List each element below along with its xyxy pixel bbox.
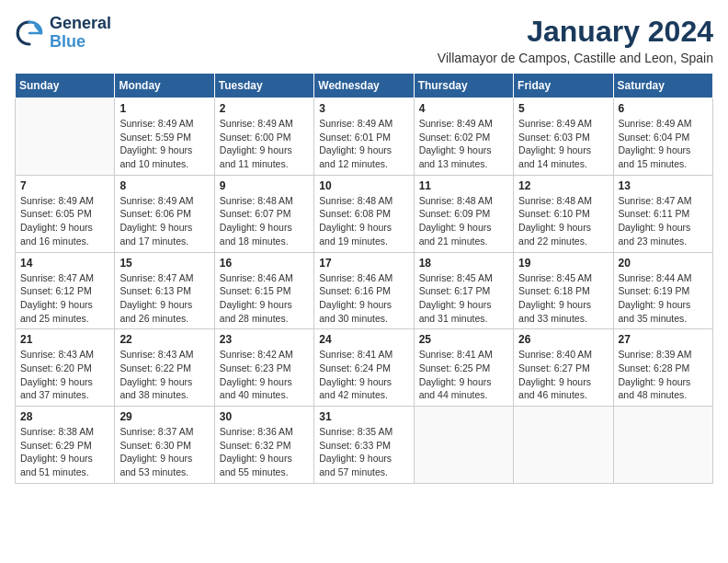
calendar-cell: 21Sunrise: 8:43 AM Sunset: 6:20 PM Dayli…	[16, 329, 115, 407]
day-info: Sunrise: 8:44 AM Sunset: 6:19 PM Dayligh…	[619, 271, 708, 326]
header-monday: Monday	[115, 74, 214, 98]
calendar-cell: 11Sunrise: 8:48 AM Sunset: 6:09 PM Dayli…	[414, 175, 513, 252]
day-info: Sunrise: 8:49 AM Sunset: 6:06 PM Dayligh…	[119, 194, 209, 248]
day-number: 2	[220, 102, 309, 115]
calendar-cell: 27Sunrise: 8:39 AM Sunset: 6:28 PM Dayli…	[613, 329, 712, 407]
day-info: Sunrise: 8:41 AM Sunset: 6:24 PM Dayligh…	[319, 348, 408, 402]
calendar-cell: 10Sunrise: 8:48 AM Sunset: 6:08 PM Dayli…	[314, 175, 414, 252]
day-info: Sunrise: 8:45 AM Sunset: 6:18 PM Dayligh…	[518, 271, 608, 326]
day-info: Sunrise: 8:49 AM Sunset: 6:01 PM Dayligh…	[319, 117, 408, 171]
calendar-cell: 17Sunrise: 8:46 AM Sunset: 6:16 PM Dayli…	[314, 252, 414, 329]
calendar-cell: 22Sunrise: 8:43 AM Sunset: 6:22 PM Dayli…	[115, 329, 214, 407]
day-info: Sunrise: 8:47 AM Sunset: 6:13 PM Dayligh…	[119, 271, 209, 326]
day-number: 3	[319, 102, 408, 115]
calendar-cell	[514, 407, 613, 484]
day-info: Sunrise: 8:48 AM Sunset: 6:09 PM Dayligh…	[419, 194, 508, 248]
day-info: Sunrise: 8:49 AM Sunset: 6:05 PM Dayligh…	[20, 194, 109, 248]
header-tuesday: Tuesday	[214, 74, 313, 98]
day-info: Sunrise: 8:36 AM Sunset: 6:32 PM Dayligh…	[220, 425, 309, 479]
day-info: Sunrise: 8:49 AM Sunset: 6:00 PM Dayligh…	[220, 117, 309, 171]
calendar-cell: 28Sunrise: 8:38 AM Sunset: 6:29 PM Dayli…	[16, 407, 115, 484]
day-number: 27	[619, 333, 708, 346]
day-info: Sunrise: 8:42 AM Sunset: 6:23 PM Dayligh…	[220, 348, 309, 402]
day-number: 5	[518, 102, 608, 115]
day-number: 21	[20, 333, 109, 346]
calendar-cell	[414, 407, 513, 484]
day-number: 4	[419, 102, 508, 115]
page-header: General Blue January 2024 Villamayor de …	[15, 15, 713, 65]
calendar-cell: 6Sunrise: 8:49 AM Sunset: 6:04 PM Daylig…	[613, 98, 712, 176]
day-info: Sunrise: 8:48 AM Sunset: 6:07 PM Dayligh…	[220, 194, 309, 248]
day-info: Sunrise: 8:49 AM Sunset: 6:02 PM Dayligh…	[419, 117, 508, 171]
calendar-cell: 8Sunrise: 8:49 AM Sunset: 6:06 PM Daylig…	[115, 175, 214, 252]
calendar-cell: 31Sunrise: 8:35 AM Sunset: 6:33 PM Dayli…	[314, 407, 414, 484]
day-number: 8	[119, 179, 209, 192]
day-number: 23	[220, 333, 309, 346]
day-info: Sunrise: 8:43 AM Sunset: 6:22 PM Dayligh…	[119, 348, 209, 402]
header-saturday: Saturday	[613, 74, 712, 98]
calendar-cell: 26Sunrise: 8:40 AM Sunset: 6:27 PM Dayli…	[514, 329, 613, 407]
logo-text: General Blue	[50, 15, 111, 52]
title-area: January 2024 Villamayor de Campos, Casti…	[438, 15, 713, 65]
calendar-cell: 20Sunrise: 8:44 AM Sunset: 6:19 PM Dayli…	[613, 252, 712, 329]
calendar-cell: 23Sunrise: 8:42 AM Sunset: 6:23 PM Dayli…	[214, 329, 313, 407]
day-info: Sunrise: 8:48 AM Sunset: 6:10 PM Dayligh…	[518, 194, 608, 248]
calendar-cell: 14Sunrise: 8:47 AM Sunset: 6:12 PM Dayli…	[16, 252, 115, 329]
day-number: 17	[319, 257, 408, 270]
calendar-cell: 12Sunrise: 8:48 AM Sunset: 6:10 PM Dayli…	[514, 175, 613, 252]
day-info: Sunrise: 8:45 AM Sunset: 6:17 PM Dayligh…	[419, 271, 508, 326]
day-number: 22	[119, 333, 209, 346]
day-info: Sunrise: 8:40 AM Sunset: 6:27 PM Dayligh…	[518, 348, 608, 402]
day-number: 13	[619, 179, 708, 192]
day-info: Sunrise: 8:46 AM Sunset: 6:15 PM Dayligh…	[220, 271, 309, 326]
day-number: 24	[319, 333, 408, 346]
day-info: Sunrise: 8:49 AM Sunset: 6:03 PM Dayligh…	[518, 117, 608, 171]
calendar-week-5: 28Sunrise: 8:38 AM Sunset: 6:29 PM Dayli…	[16, 407, 713, 484]
day-number: 30	[220, 410, 309, 423]
day-number: 28	[20, 410, 109, 423]
calendar-cell: 29Sunrise: 8:37 AM Sunset: 6:30 PM Dayli…	[115, 407, 214, 484]
day-number: 29	[119, 410, 209, 423]
calendar-cell: 5Sunrise: 8:49 AM Sunset: 6:03 PM Daylig…	[514, 98, 613, 176]
calendar-cell: 25Sunrise: 8:41 AM Sunset: 6:25 PM Dayli…	[414, 329, 513, 407]
day-info: Sunrise: 8:35 AM Sunset: 6:33 PM Dayligh…	[319, 425, 408, 479]
day-info: Sunrise: 8:46 AM Sunset: 6:16 PM Dayligh…	[319, 271, 408, 326]
calendar-week-1: 1Sunrise: 8:49 AM Sunset: 5:59 PM Daylig…	[16, 98, 713, 176]
calendar-cell: 13Sunrise: 8:47 AM Sunset: 6:11 PM Dayli…	[613, 175, 712, 252]
day-info: Sunrise: 8:48 AM Sunset: 6:08 PM Dayligh…	[319, 194, 408, 248]
day-number: 12	[518, 179, 608, 192]
day-info: Sunrise: 8:49 AM Sunset: 6:04 PM Dayligh…	[619, 117, 708, 171]
calendar-cell: 1Sunrise: 8:49 AM Sunset: 5:59 PM Daylig…	[115, 98, 214, 176]
day-number: 1	[119, 102, 209, 115]
calendar-cell: 24Sunrise: 8:41 AM Sunset: 6:24 PM Dayli…	[314, 329, 414, 407]
calendar-cell: 7Sunrise: 8:49 AM Sunset: 6:05 PM Daylig…	[16, 175, 115, 252]
logo-icon	[15, 18, 44, 48]
day-info: Sunrise: 8:37 AM Sunset: 6:30 PM Dayligh…	[119, 425, 209, 479]
day-info: Sunrise: 8:47 AM Sunset: 6:12 PM Dayligh…	[20, 271, 109, 326]
calendar-cell: 30Sunrise: 8:36 AM Sunset: 6:32 PM Dayli…	[214, 407, 313, 484]
calendar-cell: 4Sunrise: 8:49 AM Sunset: 6:02 PM Daylig…	[414, 98, 513, 176]
day-number: 31	[319, 410, 408, 423]
day-number: 26	[518, 333, 608, 346]
day-number: 6	[619, 102, 708, 115]
header-sunday: Sunday	[16, 74, 115, 98]
day-info: Sunrise: 8:38 AM Sunset: 6:29 PM Dayligh…	[20, 425, 109, 479]
day-number: 19	[518, 257, 608, 270]
calendar-cell	[613, 407, 712, 484]
day-info: Sunrise: 8:39 AM Sunset: 6:28 PM Dayligh…	[619, 348, 708, 402]
day-number: 16	[220, 257, 309, 270]
day-info: Sunrise: 8:43 AM Sunset: 6:20 PM Dayligh…	[20, 348, 109, 402]
day-number: 14	[20, 257, 109, 270]
day-number: 11	[419, 179, 508, 192]
logo: General Blue	[15, 15, 111, 52]
calendar-table: SundayMondayTuesdayWednesdayThursdayFrid…	[15, 73, 713, 484]
calendar-cell: 9Sunrise: 8:48 AM Sunset: 6:07 PM Daylig…	[214, 175, 313, 252]
calendar-cell: 3Sunrise: 8:49 AM Sunset: 6:01 PM Daylig…	[314, 98, 414, 176]
calendar-cell	[16, 98, 115, 176]
day-info: Sunrise: 8:49 AM Sunset: 5:59 PM Dayligh…	[119, 117, 209, 171]
header-wednesday: Wednesday	[314, 74, 414, 98]
calendar-title: January 2024	[438, 15, 713, 49]
header-friday: Friday	[514, 74, 613, 98]
day-number: 15	[119, 257, 209, 270]
day-number: 20	[619, 257, 708, 270]
